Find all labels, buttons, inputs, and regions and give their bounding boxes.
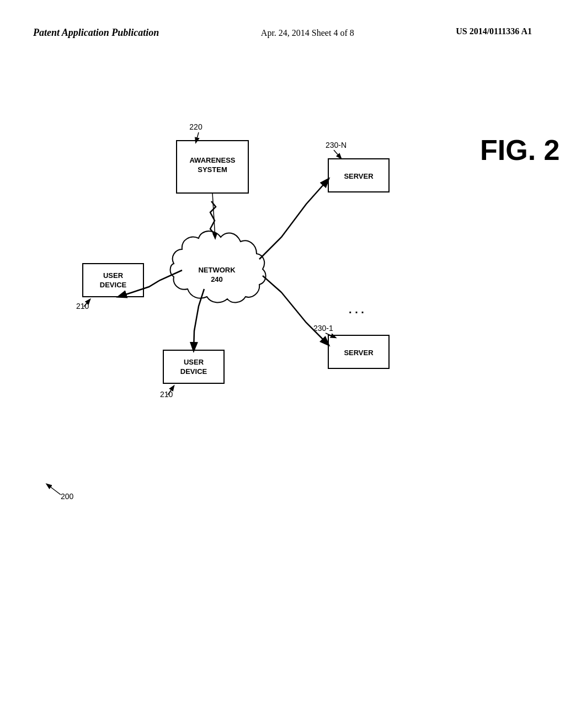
user-device-top-label2: DEVICE: [100, 281, 127, 289]
ref-210-bottom-label: 210: [160, 390, 173, 399]
user-device-top-label1: USER: [103, 271, 124, 280]
user-device-bottom-label2: DEVICE: [180, 367, 207, 376]
server-top-label: SERVER: [344, 172, 374, 180]
awareness-system-label: AWARENESS: [189, 156, 235, 164]
dots-label: . . .: [349, 303, 364, 315]
ref-200-arrow: [47, 484, 61, 495]
user-device-bottom-box: [163, 350, 224, 383]
diagram-svg: FIG. 2 AWARENESS SYSTEM 220 SERVER 230-N…: [0, 0, 565, 728]
ref-200-label: 200: [61, 492, 74, 501]
ref-220-label: 220: [189, 122, 202, 131]
ref-230n-arrow: [334, 150, 341, 158]
user-device-bottom-label1: USER: [184, 358, 204, 366]
svg-text:SYSTEM: SYSTEM: [198, 165, 227, 174]
server-bottom-label: SERVER: [344, 349, 374, 357]
network-number: 240: [211, 275, 223, 283]
ref-230-1-label: 230-1: [313, 324, 333, 333]
network-cloud: NETWORK 240: [170, 231, 266, 302]
lightning-network-server-top: [259, 179, 328, 259]
page: Patent Application Publication Apr. 24, …: [0, 0, 565, 728]
ref-230n-label: 230-N: [326, 141, 347, 149]
network-label: NETWORK: [198, 266, 236, 274]
lightning-network-server-bottom: [263, 276, 328, 345]
fig-label: FIG. 2: [480, 134, 559, 166]
